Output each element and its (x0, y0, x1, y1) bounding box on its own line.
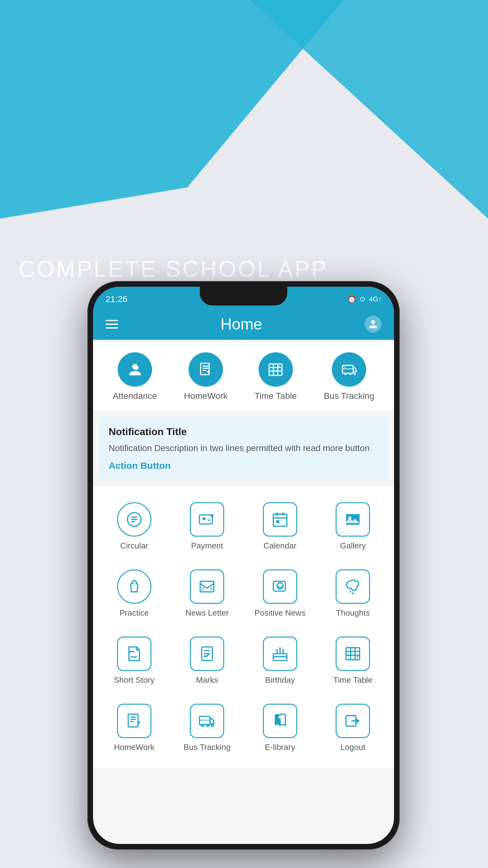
newsletter-button[interactable]: News Letter (172, 563, 242, 624)
svg-point-54 (201, 724, 203, 726)
attendance-button[interactable]: Attendance (113, 352, 157, 401)
homework-top-icon (189, 352, 223, 387)
notification-title: Notification Title (109, 426, 379, 438)
notification-card: Notification Title Notification Descript… (99, 417, 388, 480)
bustracking2-icon (190, 704, 224, 738)
timetable-top-icon (259, 352, 293, 387)
marks-button[interactable]: Marks (172, 630, 242, 691)
practice-label: Practice (120, 608, 149, 618)
hamburger-menu[interactable] (105, 320, 118, 329)
notification-description: Notification Description in two lines pe… (109, 442, 379, 454)
notification-action-button[interactable]: Action Button (109, 460, 379, 471)
grid-row-3: Short Story Marks (99, 627, 388, 694)
homework-top-label: HomeWork (184, 391, 228, 401)
timetable2-button[interactable]: Time Table (318, 630, 388, 691)
thoughts-label: Thoughts (336, 608, 370, 618)
positivenews-button[interactable]: Positive News (245, 563, 315, 624)
elibrary-label: E-library (265, 742, 295, 752)
svg-point-35 (131, 651, 132, 652)
thoughts-button[interactable]: Thoughts (318, 563, 388, 624)
grid-row-1: Circular Payment (99, 493, 388, 560)
newsletter-label: News Letter (186, 608, 229, 618)
elibrary-icon (263, 704, 297, 738)
main-grid: Circular Payment (93, 487, 394, 768)
shortstory-button[interactable]: Short Story (99, 630, 169, 691)
payment-label: Payment (191, 541, 223, 551)
birthday-icon (263, 637, 297, 671)
timetable2-icon (336, 637, 370, 671)
phone-device: 21:26 ⏰ ⊙ 4G↑ Home (88, 281, 400, 849)
signal-icon: 4G↑ (369, 295, 382, 303)
homework2-button[interactable]: HomeWork (99, 698, 169, 758)
svg-rect-25 (276, 520, 280, 524)
svg-point-12 (345, 373, 347, 375)
bustracking-top-button[interactable]: Bus Tracking (324, 352, 375, 401)
timetable2-label: Time Table (333, 675, 372, 685)
svg-rect-11 (343, 365, 353, 373)
positivenews-icon (263, 569, 297, 604)
calendar-label: Calendar (263, 541, 297, 551)
timetable-top-label: Time Table (255, 391, 297, 401)
bustracking-top-icon (332, 352, 366, 387)
gallery-label: Gallery (340, 541, 366, 551)
elibrary-button[interactable]: E-library (245, 698, 315, 758)
circular-icon (117, 502, 152, 537)
birthday-button[interactable]: Birthday (245, 630, 315, 691)
practice-button[interactable]: Practice (99, 563, 169, 624)
bustracking2-button[interactable]: Bus Tracking (172, 698, 242, 758)
calendar-button[interactable]: Calendar (245, 496, 315, 557)
svg-point-34 (352, 592, 354, 594)
svg-rect-49 (128, 714, 138, 727)
svg-rect-6 (269, 364, 282, 375)
bustracking-top-label: Bus Tracking (324, 391, 375, 401)
timetable-top-button[interactable]: Time Table (255, 352, 297, 401)
svg-rect-21 (273, 514, 287, 526)
positivenews-label: Positive News (255, 608, 305, 618)
account-button[interactable] (365, 316, 382, 333)
svg-point-32 (281, 585, 282, 586)
circular-button[interactable]: Circular (99, 496, 169, 557)
homework2-label: HomeWork (114, 742, 155, 752)
gallery-button[interactable]: Gallery (318, 496, 388, 557)
svg-point-59 (279, 716, 282, 719)
payment-button[interactable]: Payment (172, 496, 242, 557)
homework2-icon (117, 704, 152, 738)
attendance-label: Attendance (113, 391, 157, 401)
gallery-icon (336, 502, 370, 537)
marks-label: Marks (196, 675, 218, 685)
svg-rect-28 (200, 581, 214, 592)
svg-point-55 (207, 724, 209, 726)
app-title: Home (221, 315, 262, 333)
status-icons: ⏰ ⊙ 4G↑ (348, 295, 382, 303)
svg-rect-2 (201, 363, 209, 374)
logout-icon (336, 704, 370, 738)
phone-outer: 21:26 ⏰ ⊙ 4G↑ Home (88, 281, 400, 849)
grid-row-2: Practice News Letter (99, 560, 388, 627)
bustracking2-label: Bus Tracking (184, 742, 230, 752)
thoughts-icon (336, 569, 370, 604)
calendar-icon (263, 502, 297, 537)
settings-icon: ⊙ (360, 295, 365, 303)
marks-icon (190, 637, 224, 671)
top-icons-section: Attendance HomeWork (93, 340, 394, 410)
svg-point-31 (278, 585, 279, 586)
grid-row-4: HomeWork (99, 694, 388, 762)
svg-point-33 (350, 591, 352, 593)
payment-icon (190, 502, 224, 537)
alarm-icon: ⏰ (348, 295, 356, 303)
birthday-label: Birthday (265, 675, 295, 685)
svg-marker-1 (250, 0, 488, 219)
practice-icon (117, 569, 152, 604)
shortstory-label: Short Story (114, 675, 155, 685)
homework-top-button[interactable]: HomeWork (184, 352, 228, 401)
logout-button[interactable]: Logout (318, 698, 388, 758)
attendance-icon (118, 352, 152, 387)
phone-screen: 21:26 ⏰ ⊙ 4G↑ Home (93, 287, 394, 844)
shortstory-icon (117, 637, 152, 671)
status-time: 21:26 (105, 294, 127, 304)
hero-title: COMPLETE SCHOOL APP (19, 256, 328, 282)
circular-label: Circular (120, 541, 148, 551)
phone-notch (200, 287, 287, 306)
logout-label: Logout (340, 742, 365, 752)
svg-point-56 (212, 724, 214, 726)
